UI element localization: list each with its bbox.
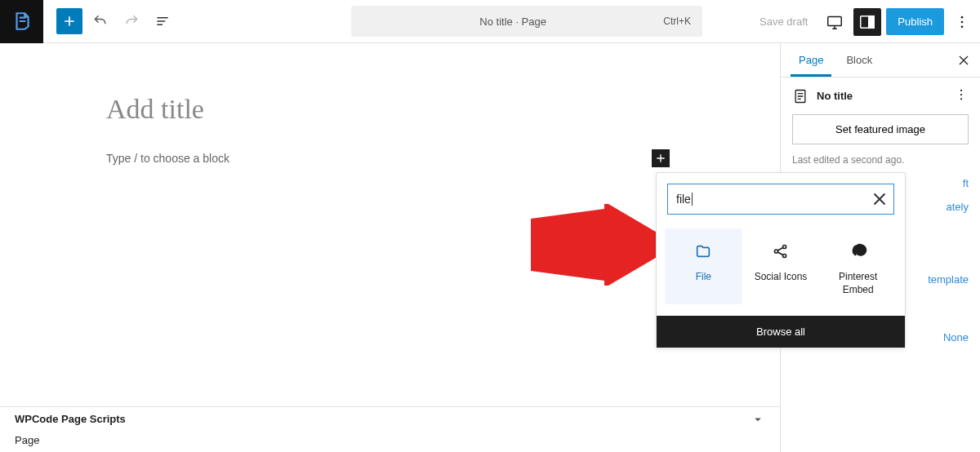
undo-button[interactable]: [87, 8, 114, 34]
svg-rect-0: [828, 16, 842, 25]
document-overview-button[interactable]: [149, 8, 176, 34]
plus-icon: [654, 152, 667, 165]
parent-value[interactable]: None: [943, 331, 969, 343]
page-icon: [792, 88, 808, 104]
breadcrumb-item[interactable]: Page: [15, 434, 39, 446]
add-block-button[interactable]: [652, 149, 670, 167]
sidebar-icon: [858, 13, 876, 31]
default-block-prompt[interactable]: Type / to choose a block: [106, 152, 229, 165]
settings-sidebar-toggle[interactable]: [853, 8, 881, 36]
inserter-results: File Social Icons Pinterest Embed: [657, 225, 905, 316]
last-edited-text: Last edited a second ago.: [792, 154, 969, 166]
svg-point-13: [960, 98, 962, 100]
close-sidebar-button[interactable]: [956, 52, 972, 69]
text-cursor: [692, 193, 693, 206]
hidden-link-fragment[interactable]: template: [915, 273, 969, 286]
plus-icon: [61, 13, 78, 29]
post-title-input[interactable]: Add title: [106, 94, 780, 125]
device-desktop-icon: [826, 13, 844, 31]
preview-button[interactable]: [821, 8, 849, 36]
wpcode-panel-toggle[interactable]: WPCode Page Scripts: [0, 406, 780, 431]
file-icon: [694, 242, 712, 260]
block-option-social-icons[interactable]: Social Icons: [742, 228, 820, 304]
hidden-link-fragment[interactable]: ft: [915, 177, 969, 189]
inserter-search-box[interactable]: file: [667, 184, 894, 215]
block-option-pinterest[interactable]: Pinterest Embed: [819, 228, 897, 304]
list-view-icon: [154, 13, 171, 29]
tab-block[interactable]: Block: [835, 44, 884, 76]
wpcode-panel-label: WPCode Page Scripts: [15, 413, 126, 425]
search-input-value: file: [676, 193, 691, 206]
block-inserter-popover: file File Social Icons Pinterest Embed B…: [656, 172, 906, 348]
top-right-controls: Save draft Publish: [751, 0, 980, 43]
document-summary: No title: [792, 87, 969, 104]
svg-point-4: [961, 20, 964, 23]
document-title-bar[interactable]: No title · Page Ctrl+K: [351, 6, 702, 37]
svg-point-11: [960, 90, 962, 91]
more-options-button[interactable]: [949, 14, 975, 30]
top-toolbar: No title · Page Ctrl+K Save draft Publis…: [0, 0, 980, 43]
svg-rect-2: [869, 16, 874, 28]
share-icon: [772, 242, 790, 260]
svg-point-3: [961, 16, 964, 18]
svg-point-9: [783, 254, 786, 257]
svg-point-7: [774, 250, 777, 253]
tab-page[interactable]: Page: [787, 44, 835, 76]
document-summary-title: No title: [817, 90, 946, 102]
publish-button[interactable]: Publish: [886, 8, 944, 35]
save-draft-button[interactable]: Save draft: [751, 9, 816, 34]
clear-search-button[interactable]: [869, 188, 890, 210]
command-palette-shortcut: Ctrl+K: [663, 16, 691, 27]
block-label: Social Icons: [746, 271, 817, 284]
left-tools: [56, 8, 176, 34]
block-label: File: [668, 271, 739, 284]
close-icon: [956, 52, 972, 69]
logo-icon: [11, 11, 33, 32]
close-icon: [869, 188, 890, 210]
pinterest-icon: [849, 242, 867, 260]
default-block-row: Type / to choose a block: [106, 149, 780, 167]
svg-point-5: [961, 25, 964, 28]
redo-icon: [123, 13, 140, 29]
browse-all-button[interactable]: Browse all: [657, 316, 905, 348]
breadcrumb: Page: [0, 431, 780, 452]
block-option-file[interactable]: File: [665, 228, 742, 304]
kebab-icon: [954, 87, 969, 102]
svg-point-12: [960, 94, 962, 95]
svg-point-8: [783, 245, 786, 248]
block-inserter-button[interactable]: [56, 8, 82, 34]
block-label: Pinterest Embed: [822, 271, 893, 296]
hidden-link-fragment[interactable]: ately: [915, 201, 969, 213]
sidebar-tabs: Page Block: [781, 43, 980, 78]
chevron-down-icon: [751, 412, 765, 427]
document-actions-button[interactable]: [954, 87, 969, 104]
kebab-icon: [954, 14, 970, 30]
redo-button[interactable]: [118, 8, 145, 34]
set-featured-image-button[interactable]: Set featured image: [792, 114, 969, 144]
site-logo[interactable]: [0, 0, 43, 43]
undo-icon: [92, 13, 109, 29]
document-title: No title · Page: [363, 16, 663, 28]
